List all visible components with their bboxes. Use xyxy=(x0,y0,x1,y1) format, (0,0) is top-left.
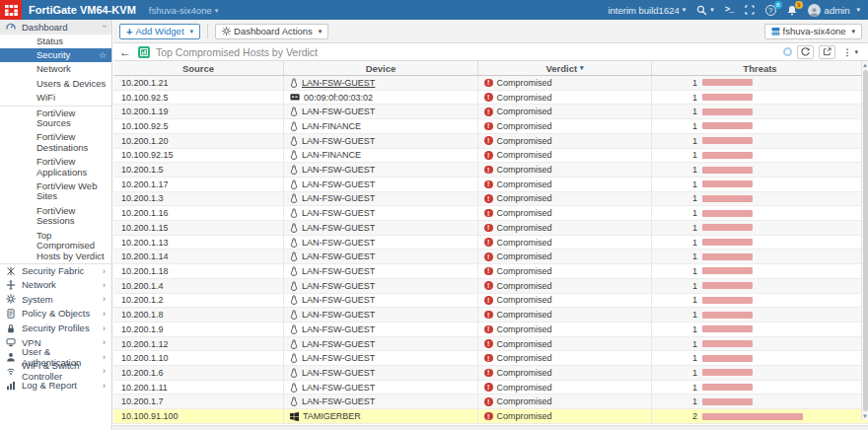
device-cell[interactable]: LAN-FSW-GUEST xyxy=(284,206,478,220)
device-cell[interactable]: LAN-FSW-GUEST xyxy=(284,134,478,148)
sidebar-item-wifi-switch-controller[interactable]: WiFi & Switch Controller › xyxy=(0,364,111,379)
table-row[interactable]: 10.100.92.5 LAN-FINANCE ! Compromised 1 xyxy=(113,119,868,134)
device-cell[interactable]: TAMIGERBER xyxy=(284,409,478,423)
device-cell[interactable]: LAN-FSW-GUEST xyxy=(284,394,478,408)
column-header-verdict[interactable]: Verdict▾ xyxy=(478,61,652,75)
sidebar-item-fortiview-sources[interactable]: FortiView Sources xyxy=(0,106,111,131)
device-cell[interactable]: LAN-FSW-GUEST xyxy=(284,366,478,380)
sidebar-item-fortiview-web-sites[interactable]: FortiView Web Sites xyxy=(0,179,111,204)
device-cell[interactable]: LAN-FSW-GUEST xyxy=(284,221,478,235)
sidebar-item-status[interactable]: Status xyxy=(0,35,111,48)
table-row[interactable]: 10.200.1.4 LAN-FSW-GUEST ! Compromised 1 xyxy=(113,279,868,294)
cli-console-icon[interactable]: >_ xyxy=(725,5,734,15)
favorite-star-icon[interactable]: ☆ xyxy=(99,50,108,60)
fullscreen-icon[interactable] xyxy=(745,5,755,15)
device-cell[interactable]: LAN-FSW-GUEST xyxy=(284,337,478,351)
export-button[interactable] xyxy=(819,45,835,59)
refresh-button[interactable] xyxy=(797,45,814,59)
table-row[interactable]: 10.200.1.14 LAN-FSW-GUEST ! Compromised … xyxy=(113,250,868,264)
column-header-threats[interactable]: Threats xyxy=(652,61,868,75)
sidebar-item-security-profiles[interactable]: Security Profiles › xyxy=(0,321,111,335)
sidebar-item-fortiview-applications[interactable]: FortiView Applications xyxy=(0,155,111,179)
compromised-alert-icon: ! xyxy=(484,252,493,261)
table-row[interactable]: 10.200.1.8 LAN-FSW-GUEST ! Compromised 1 xyxy=(113,308,868,322)
table-row[interactable]: 10.200.1.7 LAN-FSW-GUEST ! Compromised 1 xyxy=(113,394,868,409)
table-row[interactable]: 10.200.1.2 LAN-FSW-GUEST ! Compromised 1 xyxy=(113,294,868,309)
vertical-scrollbar[interactable]: ▲ ▼ xyxy=(861,61,868,420)
table-row[interactable]: 10.200.1.13 LAN-FSW-GUEST ! Compromised … xyxy=(113,236,868,251)
source-cell: 10.200.1.17 xyxy=(113,178,284,191)
table-row[interactable]: 10.200.1.9 LAN-FSW-GUEST ! Compromised 1 xyxy=(113,322,868,337)
sidebar-item-security[interactable]: Security ☆ xyxy=(0,48,111,62)
back-button[interactable]: ← xyxy=(119,45,131,59)
add-widget-button[interactable]: + Add Widget ▾ xyxy=(119,24,200,39)
sidebar-item-system[interactable]: System › xyxy=(0,292,111,307)
table-row[interactable]: 10.200.1.16 LAN-FSW-GUEST ! Compromised … xyxy=(113,206,868,221)
table-row[interactable]: 10.200.1.19 LAN-FSW-GUEST ! Compromised … xyxy=(113,105,868,119)
compromised-alert-icon: ! xyxy=(484,122,493,131)
sidebar-item-dashboard[interactable]: Dashboard › xyxy=(0,20,111,35)
sidebar-item-wifi[interactable]: WiFi xyxy=(0,91,111,105)
dashboard-actions-button[interactable]: Dashboard Actions ▾ xyxy=(215,24,328,39)
device-cell[interactable]: LAN-FSW-GUEST xyxy=(284,236,478,250)
device-cell[interactable]: LAN-FSW-GUEST xyxy=(284,294,478,308)
device-cell[interactable]: LAN-FSW-GUEST xyxy=(284,192,478,206)
more-options-button[interactable]: ⋮ ▾ xyxy=(840,47,860,57)
sidebar-item-log-report[interactable]: Log & Report › xyxy=(0,379,111,394)
sidebar-item-network[interactable]: Network xyxy=(0,62,111,76)
device-cell[interactable]: LAN-FSW-GUEST xyxy=(284,322,478,336)
table-row[interactable]: 10.100.92.5 00:09:0f:00:03:02 ! Compromi… xyxy=(113,91,868,106)
verdict-label: Compromised xyxy=(497,136,552,146)
table-row[interactable]: 10.200.1.11 LAN-FSW-GUEST ! Compromised … xyxy=(113,381,868,395)
fortinet-logo[interactable] xyxy=(0,0,22,20)
device-cell[interactable]: 00:09:0f:00:03:02 xyxy=(284,91,478,105)
device-cell[interactable]: LAN-FSW-GUEST xyxy=(284,105,478,118)
device-cell[interactable]: LAN-FSW-GUEST xyxy=(284,178,478,191)
device-cell[interactable]: LAN-FINANCE xyxy=(284,149,478,163)
table-row[interactable]: 10.200.1.5 LAN-FSW-GUEST ! Compromised 1 xyxy=(113,163,868,178)
table-row[interactable]: 10.200.1.15 LAN-FSW-GUEST ! Compromised … xyxy=(113,221,868,236)
table-row[interactable]: 10.200.1.10 LAN-FSW-GUEST ! Compromised … xyxy=(113,351,868,366)
device-cell[interactable]: LAN-FSW-GUEST xyxy=(284,308,478,322)
device-selector-button[interactable]: fshuva-six4one ▾ xyxy=(764,24,862,39)
sidebar-item-users-devices[interactable]: Users & Devices xyxy=(0,77,111,91)
user-menu[interactable]: admin ▾ xyxy=(808,4,860,17)
device-cell[interactable]: LAN-FSW-GUEST xyxy=(284,264,478,278)
threats-cell: 1 xyxy=(652,221,868,235)
sidebar-item-top-compromised-hosts-by-verdict[interactable]: Top Compromised Hosts by Verdict xyxy=(0,229,111,263)
device-cell[interactable]: LAN-FSW-GUEST xyxy=(284,381,478,394)
hostname-menu[interactable]: fshuva-six4one▾ xyxy=(149,5,218,16)
sidebar-item-security-fabric[interactable]: Security Fabric › xyxy=(0,263,111,278)
table-row[interactable]: 10.200.1.21 LAN-FSW-GUEST ! Compromised … xyxy=(113,76,868,91)
column-header-device[interactable]: Device xyxy=(284,61,478,75)
table-row[interactable]: 10.200.1.3 LAN-FSW-GUEST ! Compromised 1 xyxy=(113,192,868,207)
table-row[interactable]: 10.200.1.6 LAN-FSW-GUEST ! Compromised 1 xyxy=(113,366,868,381)
device-cell[interactable]: LAN-FINANCE xyxy=(284,119,478,133)
scroll-down-icon[interactable]: ▼ xyxy=(862,412,868,420)
search-menu[interactable]: ▾ xyxy=(696,5,714,16)
sidebar-item-fortiview-destinations[interactable]: FortiView Destinations xyxy=(0,130,111,155)
device-cell[interactable]: LAN-FSW-GUEST xyxy=(284,250,478,263)
device-cell[interactable]: LAN-FSW-GUEST xyxy=(284,76,478,90)
table-row[interactable]: 10.200.1.18 LAN-FSW-GUEST ! Compromised … xyxy=(113,264,868,279)
scrollbar-thumb[interactable] xyxy=(863,70,868,411)
threat-bar xyxy=(702,297,753,304)
help-menu[interactable]: ? 8 xyxy=(765,5,776,16)
sidebar-item-network[interactable]: Network › xyxy=(0,278,111,293)
column-header-source[interactable]: Source xyxy=(113,61,284,75)
scroll-up-icon[interactable]: ▲ xyxy=(862,61,868,69)
horizontal-scrollbar[interactable] xyxy=(113,425,868,430)
table-row[interactable]: 10.200.1.12 LAN-FSW-GUEST ! Compromised … xyxy=(113,337,868,352)
table-row[interactable]: 10.100.91.100 TAMIGERBER ! Compromised 2 xyxy=(113,409,868,424)
device-cell[interactable]: LAN-FSW-GUEST xyxy=(284,163,478,177)
notifications-menu[interactable]: 9 xyxy=(787,5,797,16)
sidebar-item-fortiview-sessions[interactable]: FortiView Sessions xyxy=(0,204,111,229)
device-cell[interactable]: LAN-FSW-GUEST xyxy=(284,279,478,293)
sidebar-item-policy-objects[interactable]: Policy & Objects › xyxy=(0,307,111,322)
table-row[interactable]: 10.200.1.20 LAN-FSW-GUEST ! Compromised … xyxy=(113,134,868,149)
source-cell: 10.200.1.13 xyxy=(113,236,284,250)
device-cell[interactable]: LAN-FSW-GUEST xyxy=(284,351,478,365)
build-menu[interactable]: interim build1624▾ xyxy=(608,5,686,16)
table-row[interactable]: 10.200.1.17 LAN-FSW-GUEST ! Compromised … xyxy=(113,178,868,192)
table-row[interactable]: 10.100.92.15 LAN-FINANCE ! Compromised 1 xyxy=(113,149,868,164)
